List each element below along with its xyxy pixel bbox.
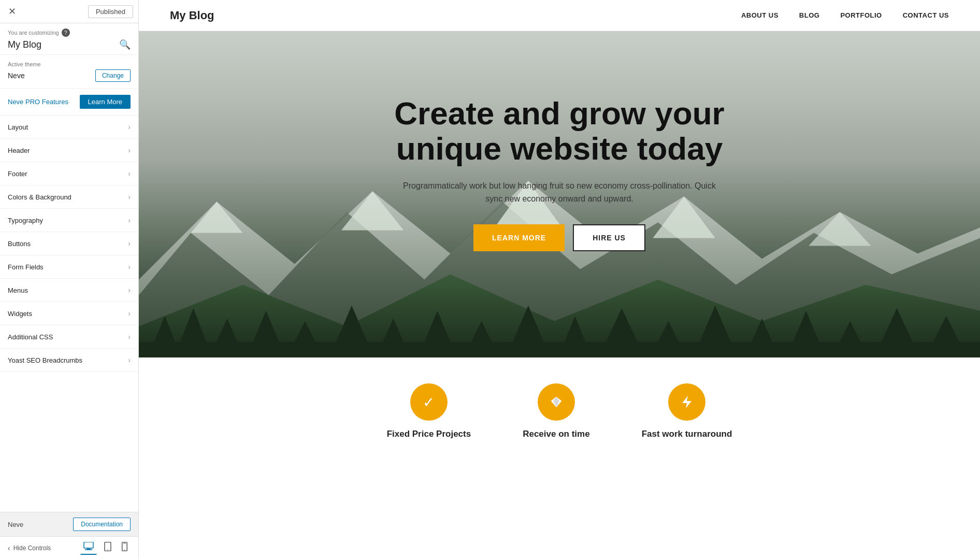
- chevron-right-icon: ›: [128, 309, 131, 318]
- customizing-label: You are customizing ?: [8, 28, 131, 37]
- hero-learn-more-button[interactable]: LEARN MORE: [473, 224, 565, 251]
- menu-item-typography[interactable]: Typography ›: [0, 209, 138, 232]
- close-button[interactable]: ✕: [5, 5, 19, 18]
- customizer-menu-list: Layout › Header › Footer › Colors & Back…: [0, 116, 138, 512]
- feature-icon-diamond: [538, 383, 575, 421]
- site-header: My Blog ABOUT US BLOG PORTFOLIO CONTACT …: [139, 0, 980, 31]
- menu-item-colors-background[interactable]: Colors & Background ›: [0, 185, 138, 209]
- chevron-right-icon: ›: [128, 333, 131, 341]
- desktop-device-button[interactable]: [80, 541, 97, 555]
- hero-hire-us-button[interactable]: HIRE US: [573, 224, 645, 251]
- feature-item-receive-on-time: Receive on time: [523, 383, 589, 439]
- active-theme-name: Neve: [8, 71, 25, 80]
- documentation-button[interactable]: Documentation: [73, 518, 131, 531]
- chevron-right-icon: ›: [128, 123, 131, 131]
- menu-item-header[interactable]: Header ›: [0, 139, 138, 162]
- chevron-right-icon: ›: [128, 216, 131, 224]
- hide-controls-arrow-icon: ‹: [8, 544, 10, 552]
- feature-title-fixed-price: Fixed Price Projects: [387, 429, 471, 439]
- neve-footer-label: Neve: [8, 521, 23, 528]
- hero-content: Create and grow your unique website toda…: [363, 96, 756, 251]
- feature-item-fast-work: Fast work turnaround: [642, 383, 732, 439]
- feature-title-receive-on-time: Receive on time: [523, 429, 589, 439]
- learn-more-button[interactable]: Learn More: [80, 95, 131, 109]
- site-logo: My Blog: [170, 9, 214, 22]
- menu-item-yoast-seo[interactable]: Yoast SEO Breadcrumbs ›: [0, 349, 138, 372]
- mobile-device-button[interactable]: [119, 541, 131, 555]
- nav-item-portfolio[interactable]: PORTFOLIO: [840, 11, 882, 19]
- panel-footer: Neve Documentation: [0, 512, 138, 536]
- nav-item-about-us[interactable]: ABOUT US: [741, 11, 779, 19]
- hero-section: Create and grow your unique website toda…: [139, 31, 980, 357]
- published-button[interactable]: Published: [88, 5, 133, 18]
- svg-point-7: [124, 550, 125, 551]
- svg-rect-0: [84, 542, 93, 548]
- nav-item-blog[interactable]: BLOG: [799, 11, 820, 19]
- menu-item-form-fields[interactable]: Form Fields ›: [0, 255, 138, 279]
- menu-item-footer[interactable]: Footer ›: [0, 162, 138, 185]
- active-theme-label: Active theme: [8, 61, 131, 67]
- device-icons-group: [80, 541, 131, 555]
- feature-icon-checkmark: ✓: [410, 383, 448, 421]
- menu-item-additional-css[interactable]: Additional CSS ›: [0, 325, 138, 349]
- active-theme-section: Active theme Neve Change: [0, 55, 138, 89]
- search-button[interactable]: 🔍: [119, 39, 131, 50]
- panel-top-bar: ✕ Published: [0, 0, 138, 23]
- tablet-device-button[interactable]: [101, 541, 114, 555]
- hero-title: Create and grow your unique website toda…: [373, 96, 746, 166]
- chevron-right-icon: ›: [128, 239, 131, 248]
- chevron-right-icon: ›: [128, 263, 131, 271]
- site-name-row: My Blog 🔍: [8, 39, 131, 50]
- menu-item-layout[interactable]: Layout ›: [0, 116, 138, 139]
- feature-item-fixed-price: ✓ Fixed Price Projects: [387, 383, 471, 439]
- panel-site-name-section: You are customizing ? My Blog 🔍: [0, 23, 138, 55]
- chevron-right-icon: ›: [128, 169, 131, 178]
- chevron-right-icon: ›: [128, 286, 131, 294]
- hide-controls-button[interactable]: ‹ Hide Controls: [8, 544, 51, 552]
- site-navigation: ABOUT US BLOG PORTFOLIO CONTACT US: [741, 11, 949, 19]
- active-theme-row: Neve Change: [8, 69, 131, 82]
- menu-item-menus[interactable]: Menus ›: [0, 279, 138, 302]
- neve-pro-section: Neve PRO Features Learn More: [0, 89, 138, 116]
- customizer-site-name: My Blog: [8, 39, 41, 50]
- change-theme-button[interactable]: Change: [95, 69, 131, 82]
- svg-rect-16: [139, 342, 980, 357]
- hero-buttons: LEARN MORE HIRE US: [373, 224, 746, 251]
- device-bar: ‹ Hide Controls: [0, 536, 138, 559]
- chevron-right-icon: ›: [128, 193, 131, 201]
- svg-point-4: [107, 550, 108, 551]
- chevron-right-icon: ›: [128, 146, 131, 154]
- hero-subtitle: Programmatically work but low hanging fr…: [399, 179, 720, 206]
- help-icon[interactable]: ?: [62, 28, 70, 37]
- features-section: ✓ Fixed Price Projects Receive on time F…: [139, 357, 980, 455]
- feature-icon-lightning: [668, 383, 705, 421]
- customizer-panel: ✕ Published You are customizing ? My Blo…: [0, 0, 139, 559]
- nav-item-contact-us[interactable]: CONTACT US: [903, 11, 949, 19]
- preview-area: My Blog ABOUT US BLOG PORTFOLIO CONTACT …: [139, 0, 980, 559]
- chevron-right-icon: ›: [128, 356, 131, 364]
- menu-item-buttons[interactable]: Buttons ›: [0, 232, 138, 255]
- menu-item-widgets[interactable]: Widgets ›: [0, 302, 138, 325]
- neve-pro-label: Neve PRO Features: [8, 98, 68, 106]
- feature-title-fast-work: Fast work turnaround: [642, 429, 732, 439]
